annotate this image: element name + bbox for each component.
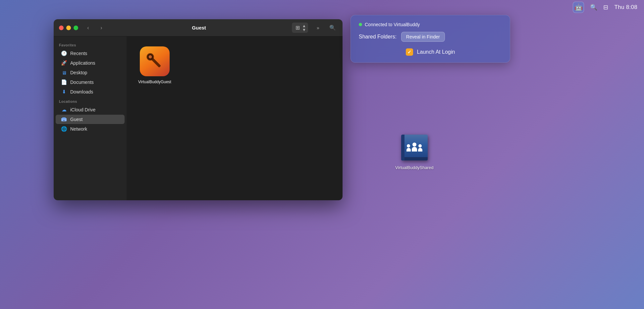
finder-content: VirtualBuddyGuest (127, 36, 343, 200)
menubar: 🤖 🔍 ⊟ Thu 8:08 (511, 0, 644, 15)
sidebar-item-documents-label: Documents (70, 80, 94, 85)
forward-arrows-icon: » (317, 25, 319, 31)
view-toggle[interactable]: ⊞ ▲ ▼ (292, 23, 308, 33)
network-icon: 🌐 (61, 126, 67, 132)
person-left-body (406, 148, 411, 152)
person-left-head (407, 144, 410, 148)
file-item-virtualbuddyguest[interactable]: VirtualBuddyGuest (136, 46, 173, 85)
search-icon: 🔍 (329, 25, 336, 31)
locations-section-label: Locations (54, 97, 127, 105)
documents-icon: 📄 (61, 79, 67, 85)
person-center-body (412, 147, 417, 152)
shared-folder-icon-graphic (400, 133, 429, 162)
window-minimize-button[interactable] (66, 26, 71, 30)
folder-people-graphic (406, 143, 422, 152)
virtualbuddy-shared-icon[interactable]: VirtualBuddyShared (395, 133, 433, 171)
finder-titlebar: ‹ › Guest ⊞ ▲ ▼ » 🔍 (54, 19, 343, 36)
forward-button[interactable]: › (97, 23, 106, 32)
sidebar-item-network-label: Network (70, 126, 87, 132)
person-center (412, 143, 417, 152)
sidebar-item-guest-label: Guest (70, 117, 82, 122)
sidebar-item-applications-label: Applications (70, 60, 95, 66)
sidebar-item-recents[interactable]: 🕐 Recents (56, 49, 125, 58)
downloads-icon: ⬇ (61, 89, 67, 95)
recents-icon: 🕐 (61, 50, 67, 56)
launch-at-login-label: Launch At Login (417, 49, 455, 55)
focusflow-icon: 🤖 (574, 3, 583, 11)
sidebar-item-network[interactable]: 🌐 Network (56, 124, 125, 134)
shared-folders-row: Shared Folders: Reveal in Finder (359, 32, 502, 42)
window-maximize-button[interactable] (74, 26, 78, 30)
folder-book-spine (401, 135, 404, 160)
app-icon-background (140, 46, 170, 76)
vb-shared-label: VirtualBuddyShared (395, 165, 433, 171)
back-button[interactable]: ‹ (83, 23, 93, 32)
back-arrow-icon: ‹ (87, 25, 89, 31)
finder-toolbar-right: ⊞ ▲ ▼ » 🔍 (292, 23, 337, 33)
menu-clock: Thu 8:08 (614, 4, 637, 11)
finder-window: ‹ › Guest ⊞ ▲ ▼ » 🔍 (54, 19, 343, 200)
connection-status-dot (359, 23, 362, 26)
desktop-icon: 🖥 (61, 70, 67, 76)
connection-status-text: Connected to VirtualBuddy (365, 22, 420, 27)
sidebar-item-downloads-label: Downloads (70, 89, 93, 94)
favorites-section-label: Favorites (54, 40, 127, 48)
sidebar-item-guest[interactable]: Guest (56, 115, 125, 124)
grid-view-icon[interactable]: ⊞ (294, 24, 301, 32)
guest-drive-icon (61, 116, 67, 122)
svg-rect-5 (151, 57, 161, 68)
sidebar-item-documents[interactable]: 📄 Documents (56, 78, 125, 87)
window-close-button[interactable] (59, 26, 64, 30)
icloud-icon: ☁ (61, 107, 67, 113)
vb-status-row: Connected to VirtualBuddy (359, 22, 502, 27)
applications-icon: 🚀 (61, 60, 67, 66)
reveal-in-finder-button[interactable]: Reveal in Finder (401, 32, 445, 42)
search-button[interactable]: 🔍 (328, 23, 337, 32)
control-center-icon[interactable]: ⊟ (603, 4, 608, 11)
sidebar-item-icloud[interactable]: ☁ iCloud Drive (56, 105, 125, 114)
finder-title: Guest (107, 25, 291, 31)
sidebar-item-downloads[interactable]: ⬇ Downloads (56, 87, 125, 96)
svg-point-2 (64, 120, 65, 121)
wrench-svg (144, 51, 165, 72)
launch-at-login-row: ✓ Launch At Login (359, 48, 502, 56)
person-right-body (418, 148, 422, 152)
folder-book-graphic (401, 135, 428, 160)
sidebar-item-desktop-label: Desktop (70, 70, 87, 75)
file-name: VirtualBuddyGuest (138, 80, 171, 85)
sidebar-item-applications[interactable]: 🚀 Applications (56, 58, 125, 68)
spotlight-icon[interactable]: 🔍 (590, 4, 597, 11)
svg-rect-1 (62, 117, 66, 119)
sidebar-item-icloud-label: iCloud Drive (70, 107, 95, 112)
forward-arrow-icon: › (100, 25, 102, 31)
person-center-head (412, 143, 416, 147)
person-left (406, 144, 411, 152)
sort-arrows-icon[interactable]: ▲ ▼ (302, 24, 306, 32)
sidebar-item-recents-label: Recents (70, 51, 87, 56)
finder-body: Favorites 🕐 Recents 🚀 Applications 🖥 Des… (54, 36, 343, 200)
sidebar-item-desktop[interactable]: 🖥 Desktop (56, 68, 125, 77)
person-right-head (418, 144, 422, 148)
path-navigator-button[interactable]: » (313, 23, 323, 32)
app-icon (140, 46, 170, 76)
virtualbuddy-panel: Connected to VirtualBuddy Shared Folders… (350, 15, 510, 63)
launch-at-login-checkbox[interactable]: ✓ (406, 48, 413, 56)
person-right (418, 144, 422, 152)
focusflow-menu-icon[interactable]: 🤖 (573, 2, 584, 13)
shared-folders-label: Shared Folders: (359, 34, 397, 40)
finder-sidebar: Favorites 🕐 Recents 🚀 Applications 🖥 Des… (54, 36, 127, 200)
finder-nav: ‹ › Guest ⊞ ▲ ▼ » 🔍 (81, 23, 337, 33)
